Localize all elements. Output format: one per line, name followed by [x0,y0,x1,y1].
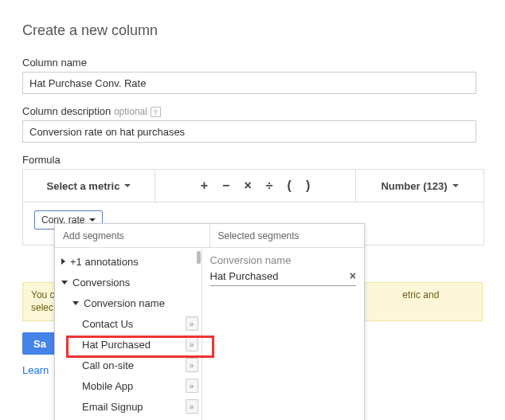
formula-toolbar: Select a metric + − × ÷ ( ) Number (123) [22,169,484,202]
caret-down-icon [72,301,79,305]
op-lparen[interactable]: ( [288,179,292,193]
segments-tree: +1 annotations Conversions Conversion na… [55,248,202,398]
add-segment-btn[interactable]: » [186,316,198,331]
tree-conversions[interactable]: Conversions [55,272,202,292]
leaf-label: Contact Us [82,318,133,330]
caret-right-icon [61,258,65,265]
chevron-down-icon [124,184,131,187]
column-desc-input[interactable] [22,120,476,143]
select-metric-label: Select a metric [47,180,120,192]
selected-panel: Conversion name Hat Purchased × [202,248,365,398]
formula-label: Formula [22,154,483,166]
op-rparen[interactable]: ) [306,179,310,193]
hint-text-2: selec [31,302,53,313]
selected-segments-header: Selected segments [210,224,365,247]
select-metric-dropdown[interactable]: Select a metric [23,170,155,202]
tree-conv-name-label: Conversion name [84,297,165,309]
leaf-label: Call on-site [82,359,134,371]
operator-group: + − × ÷ ( ) [155,170,356,202]
column-name-input[interactable] [22,72,476,94]
add-segment-btn[interactable]: » [186,379,198,393]
hint-text-right: etric and [402,289,439,300]
scrollbar-thumb[interactable] [197,251,201,264]
help-icon[interactable]: ? [151,107,161,117]
caret-down-icon [61,281,68,285]
selected-conv-name-label: Conversion name [210,254,357,266]
selected-segment-value: Hat Purchased [210,270,279,282]
tree-annotations[interactable]: +1 annotations [55,251,202,272]
save-button[interactable]: Sa [22,332,57,355]
op-divide[interactable]: ÷ [266,179,273,193]
format-label: Number (123) [381,180,447,192]
add-segments-header: Add segments [55,224,210,247]
chevron-down-icon [89,218,96,222]
op-plus[interactable]: + [201,179,208,193]
column-desc-label-text: Column description [22,105,111,117]
op-times[interactable]: × [244,179,251,193]
tree-leaf-hat-purchased[interactable]: Hat Purchased » [55,334,202,355]
tree-conversions-label: Conversions [72,277,130,289]
tree-leaf-mobile-app[interactable]: Mobile App » [55,375,202,396]
op-minus[interactable]: − [222,179,229,193]
add-segment-btn[interactable]: » [186,337,198,351]
optional-hint: optional [114,106,147,117]
column-name-label: Column name [22,57,483,69]
tree-conversion-name[interactable]: Conversion name [55,292,202,313]
remove-segment-btn[interactable]: × [350,269,356,282]
tree-leaf-email-signup[interactable]: Email Signup » [55,396,202,398]
tree-leaf-contact-us[interactable]: Contact Us » [55,313,202,334]
selected-segment-row: Hat Purchased × [210,268,357,286]
tree-leaf-call-onsite[interactable]: Call on-site » [55,355,202,375]
add-segment-btn[interactable]: » [186,358,198,372]
page-title: Create a new column [22,22,483,39]
column-desc-label: Column description optional ? [22,105,483,117]
leaf-label: Hat Purchased [82,339,151,351]
hint-text-left: You c [31,289,55,300]
segments-popover: Add segments Selected segments +1 annota… [54,223,365,398]
leaf-label: Mobile App [82,380,133,392]
tree-annotations-label: +1 annotations [70,256,139,268]
format-dropdown[interactable]: Number (123) [356,170,483,202]
chevron-down-icon [452,184,459,187]
